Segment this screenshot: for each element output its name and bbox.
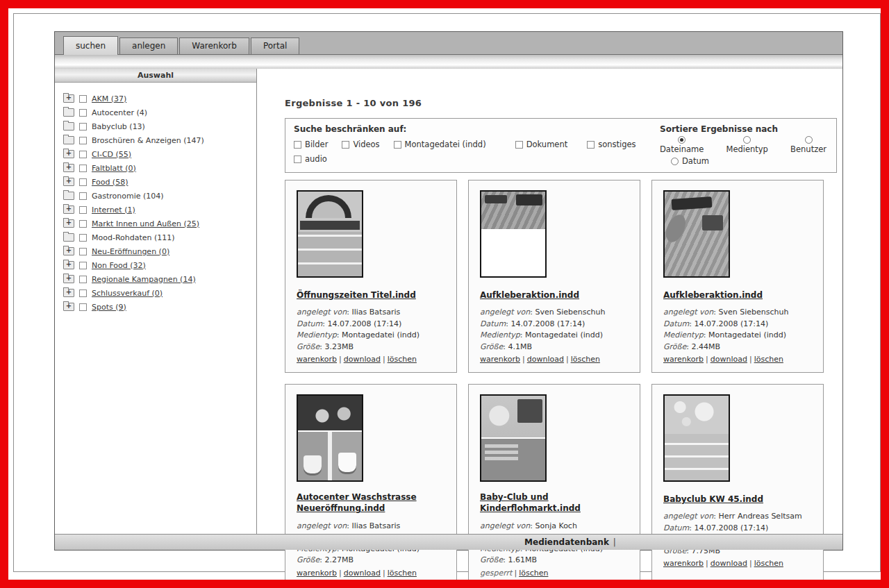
meta-label: Größe <box>297 342 319 351</box>
result-thumbnail[interactable] <box>297 394 363 482</box>
checkbox-icon[interactable] <box>294 156 301 163</box>
result-thumbnail[interactable] <box>663 190 730 278</box>
folder-plus-icon[interactable] <box>63 219 74 228</box>
warenkorb-link[interactable]: warenkorb <box>297 569 337 578</box>
folder-plus-icon[interactable] <box>63 178 74 186</box>
meta-value: Sonja Koch <box>535 521 577 530</box>
checkbox-icon[interactable] <box>587 141 595 149</box>
category-checkbox[interactable] <box>79 109 87 117</box>
folder-plus-icon[interactable] <box>63 275 74 283</box>
thumbnail-art <box>485 195 507 203</box>
result-title-link[interactable]: Öffnungszeiten Titel.indd <box>297 289 416 301</box>
folder-plus-icon[interactable] <box>63 205 74 214</box>
download-link[interactable]: download <box>344 355 381 364</box>
meta-label: Datum <box>480 319 506 328</box>
category-link[interactable]: Internet (1) <box>92 205 135 215</box>
category-link[interactable]: Neu-Eröffnungen (0) <box>92 247 169 256</box>
download-link[interactable]: download <box>344 569 381 578</box>
meta-colon: : <box>520 330 525 339</box>
sort-radio-benutzer[interactable] <box>805 136 813 144</box>
result-title-link[interactable]: Aufkleberaktion.indd <box>663 289 763 301</box>
warenkorb-link[interactable]: warenkorb <box>663 559 704 568</box>
category-link[interactable]: Non Food (32) <box>92 261 146 270</box>
filter-checkbox-sonstiges[interactable]: sonstiges <box>587 140 635 149</box>
category-checkbox[interactable] <box>79 303 87 311</box>
folder-plus-icon[interactable] <box>63 94 74 103</box>
sort-radio-dateiname[interactable] <box>678 136 686 144</box>
category-link[interactable]: Faltblatt (0) <box>92 164 136 173</box>
category-checkbox[interactable] <box>79 289 87 297</box>
warenkorb-link[interactable]: warenkorb <box>297 355 337 364</box>
category-checkbox[interactable] <box>79 262 87 269</box>
result-thumbnail[interactable] <box>297 190 363 278</box>
tree-item-food: Food (58) <box>63 177 256 187</box>
folder-plus-icon[interactable] <box>63 303 74 311</box>
folder-plus-icon[interactable] <box>63 289 74 297</box>
checkbox-icon[interactable] <box>515 141 523 149</box>
checkbox-label: Montagedatei (indd) <box>405 140 486 149</box>
sidebar-header: Auswahl <box>55 69 256 83</box>
tab-warenkorb[interactable]: Warenkorb <box>179 37 249 54</box>
result-thumbnail[interactable] <box>480 190 547 278</box>
category-link[interactable]: Spots (9) <box>92 303 126 312</box>
result-title-link[interactable]: Aufkleberaktion.indd <box>480 289 579 301</box>
download-link[interactable]: download <box>711 559 747 568</box>
category-link[interactable]: Regionale Kampagnen (14) <box>92 275 196 284</box>
loeschen-link[interactable]: löschen <box>388 355 417 364</box>
category-checkbox[interactable] <box>79 234 87 242</box>
download-link[interactable]: download <box>527 355 564 364</box>
checkbox-icon[interactable] <box>294 141 301 149</box>
category-checkbox[interactable] <box>79 137 87 144</box>
category-checkbox[interactable] <box>79 206 87 214</box>
tab-suchen[interactable]: suchen <box>63 36 118 55</box>
warenkorb-link[interactable]: warenkorb <box>663 355 704 364</box>
category-checkbox[interactable] <box>79 95 87 103</box>
filter-checkbox-audio[interactable]: audio <box>294 154 327 164</box>
tab-anlegen[interactable]: anlegen <box>119 37 178 54</box>
result-title-link[interactable]: Autocenter Waschstrasse Neueröffnung.ind… <box>297 492 445 514</box>
result-thumbnail[interactable] <box>480 394 547 482</box>
category-checkbox[interactable] <box>79 178 87 186</box>
checkbox-icon[interactable] <box>394 141 401 149</box>
checkbox-icon[interactable] <box>342 141 349 149</box>
category-link[interactable]: Markt Innen und Außen (25) <box>92 219 199 228</box>
category-link[interactable]: Food (58) <box>92 178 128 187</box>
category-link[interactable]: AKM (37) <box>92 94 126 103</box>
sort-radio-medientyp[interactable] <box>743 136 751 144</box>
footer-content: Mediendatenbank| <box>524 537 616 547</box>
category-link[interactable]: CI-CD (55) <box>92 150 131 159</box>
filter-checkbox-dokument[interactable]: Dokument <box>515 140 568 149</box>
category-checkbox[interactable] <box>79 220 87 228</box>
tree-item-akm: AKM (37) <box>63 94 256 103</box>
results-grid: Öffnungszeiten Titel.indd angelegt von: … <box>285 180 837 587</box>
filter-checkbox-bilder[interactable]: Bilder <box>294 140 328 149</box>
category-checkbox[interactable] <box>79 276 87 283</box>
category-checkbox[interactable] <box>79 165 87 172</box>
meta-value: 14.07.2008 (17:14) <box>327 319 401 328</box>
loeschen-link[interactable]: löschen <box>571 355 600 364</box>
loeschen-link[interactable]: löschen <box>754 355 783 364</box>
result-thumbnail[interactable] <box>663 394 730 482</box>
meta-label: Datum <box>663 523 689 532</box>
download-link[interactable]: download <box>711 355 747 364</box>
warenkorb-link[interactable]: warenkorb <box>480 355 520 364</box>
sort-radio-datum[interactable] <box>671 158 679 165</box>
loeschen-link[interactable]: löschen <box>754 559 783 568</box>
folder-plus-icon[interactable] <box>63 150 74 158</box>
category-checkbox[interactable] <box>79 151 87 158</box>
folder-plus-icon[interactable] <box>63 247 74 255</box>
category-checkbox[interactable] <box>79 248 87 255</box>
category-checkbox[interactable] <box>79 192 87 200</box>
loeschen-link[interactable]: löschen <box>388 569 417 578</box>
folder-plus-icon[interactable] <box>63 261 74 269</box>
filter-checkbox-montagedatei[interactable]: Montagedatei (indd) <box>394 140 486 149</box>
category-link[interactable]: Schlussverkauf (0) <box>92 289 163 298</box>
folder-plus-icon[interactable] <box>63 164 74 172</box>
filter-checkbox-videos[interactable]: Videos <box>342 140 379 149</box>
meta-value: Sven Siebenschuh <box>719 308 789 317</box>
category-checkbox[interactable] <box>79 123 87 131</box>
result-title-link[interactable]: Babyclub KW 45.indd <box>663 494 763 505</box>
result-title-link[interactable]: Baby-Club und Kinderflohmarkt.indd <box>480 492 629 514</box>
loeschen-link[interactable]: löschen <box>519 569 548 578</box>
tab-portal[interactable]: Portal <box>251 37 299 54</box>
